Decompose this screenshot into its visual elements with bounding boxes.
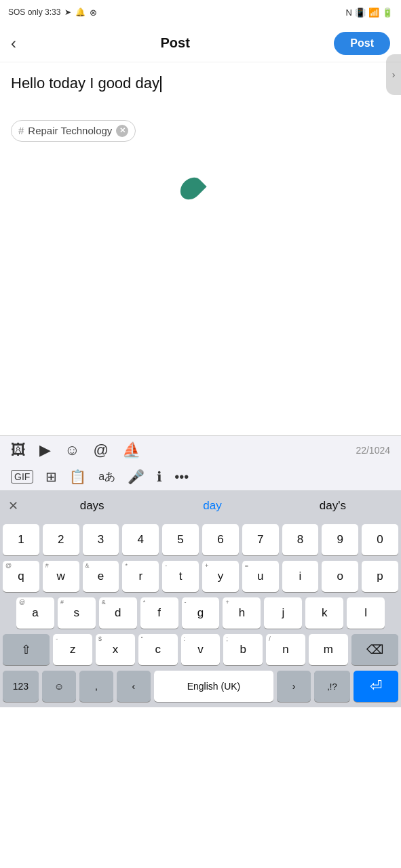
notification-icon: 🔔 [75, 7, 85, 17]
key-s[interactable]: #s [58, 597, 96, 629]
key-f[interactable]: *f [140, 597, 178, 629]
key-n[interactable]: /n [266, 634, 305, 665]
gif-icon[interactable]: GIF [11, 470, 33, 484]
key-m[interactable]: m [309, 634, 348, 665]
video-icon[interactable]: ▶ [39, 441, 51, 459]
key-9[interactable]: 9 [322, 524, 358, 555]
key-comma[interactable]: , [79, 671, 113, 702]
block-icon: ⊗ [90, 7, 97, 18]
key-0[interactable]: 0 [362, 524, 398, 555]
key-h[interactable]: +h [223, 597, 261, 629]
nav-title: Post [160, 35, 189, 51]
status-left: SOS only 3:33 ➤ 🔔 ⊗ [8, 7, 97, 18]
text-selection-handle[interactable] [182, 176, 201, 201]
autocomplete-row: ✕ days day day's [0, 490, 401, 521]
key-shift[interactable]: ⇧ [3, 634, 50, 665]
key-punctuation[interactable]: ,!? [314, 671, 350, 702]
key-123[interactable]: 123 [3, 671, 39, 702]
key-a[interactable]: @a [16, 597, 54, 629]
text-cursor [160, 76, 161, 92]
key-q[interactable]: @q [3, 561, 39, 592]
key-l[interactable]: l [347, 597, 385, 629]
language-icon[interactable]: aあ [98, 470, 115, 484]
key-i[interactable]: i [282, 561, 319, 592]
key-r[interactable]: *r [122, 561, 159, 592]
key-1[interactable]: 1 [3, 524, 39, 555]
keyboard: 1 2 3 4 5 6 7 8 9 0 @q #w &e *r -t +y =u… [0, 521, 401, 707]
keyboard-z-row: ⇧ -z $x "c :v ;b /n m ⌫ [0, 631, 401, 668]
key-d[interactable]: &d [99, 597, 137, 629]
battery-icon: 🔋 [382, 7, 393, 18]
post-text[interactable]: Hello today I good day [11, 73, 390, 94]
side-handle-arrow-icon: › [392, 69, 396, 80]
keyboard-q-row: @q #w &e *r -t +y =u i o p [0, 558, 401, 595]
key-y[interactable]: +y [202, 561, 239, 592]
autocomplete-item-days2[interactable]: day's [273, 499, 393, 513]
key-o[interactable]: o [322, 561, 358, 592]
status-bar: SOS only 3:33 ➤ 🔔 ⊗ N 📳 📶 🔋 [0, 0, 401, 24]
post-button[interactable]: Post [334, 32, 390, 55]
autocomplete-item-days[interactable]: days [32, 499, 152, 513]
location-icon: ➤ [64, 7, 71, 17]
wifi-icon: 📶 [368, 7, 379, 18]
key-space[interactable]: English (UK) [154, 671, 273, 702]
emoji-icon[interactable]: ☺ [64, 441, 79, 459]
key-p[interactable]: p [362, 561, 398, 592]
nfc-icon: N [346, 7, 352, 18]
key-4[interactable]: 4 [122, 524, 159, 555]
vibrate-icon: 📳 [355, 7, 366, 18]
key-3[interactable]: 3 [83, 524, 119, 555]
key-emoji[interactable]: ☺ [42, 671, 76, 702]
autocomplete-close-button[interactable]: ✕ [8, 498, 18, 513]
keyboard-toolbar: 🖼 ▶ ☺ @ ⛵ 22/1024 GIF ⊞ 📋 aあ 🎤 ℹ ••• [0, 435, 401, 490]
key-return[interactable]: ⏎ [354, 671, 398, 702]
status-right: N 📳 📶 🔋 [346, 7, 393, 18]
key-e[interactable]: &e [83, 561, 119, 592]
toolbar-icons: 🖼 ▶ ☺ @ ⛵ [11, 441, 140, 459]
key-k[interactable]: k [305, 597, 343, 629]
more-icon[interactable]: ••• [174, 469, 189, 485]
top-nav: ‹ Post Post [0, 24, 401, 62]
key-right-arrow[interactable]: › [277, 671, 311, 702]
key-5[interactable]: 5 [162, 524, 199, 555]
key-2[interactable]: 2 [43, 524, 79, 555]
empty-content-space [0, 198, 401, 435]
keyboard-bottom-row: 123 ☺ , ‹ English (UK) › ,!? ⏎ [0, 668, 401, 707]
toolbar-row1: 🖼 ▶ ☺ @ ⛵ 22/1024 [0, 436, 401, 465]
key-j[interactable]: j [264, 597, 302, 629]
sos-label: SOS only 3:33 [8, 7, 60, 17]
mic-icon[interactable]: 🎤 [128, 469, 145, 485]
char-count: 22/1024 [356, 445, 390, 456]
key-x[interactable]: $x [96, 634, 135, 665]
key-v[interactable]: :v [181, 634, 221, 665]
key-w[interactable]: #w [43, 561, 79, 592]
paste-icon[interactable]: 📋 [69, 469, 86, 485]
hashtag-remove-button[interactable]: ✕ [116, 125, 128, 137]
key-b[interactable]: ;b [223, 634, 263, 665]
info-icon[interactable]: ℹ [157, 469, 162, 485]
key-g[interactable]: -g [182, 597, 220, 629]
hash-icon: # [18, 125, 24, 136]
image-icon[interactable]: 🖼 [11, 441, 26, 459]
key-left-arrow[interactable]: ‹ [117, 671, 151, 702]
hashtag-label: Repair Technology [28, 125, 112, 136]
autocomplete-item-day[interactable]: day [152, 499, 272, 513]
key-t[interactable]: -t [162, 561, 199, 592]
key-z[interactable]: -z [53, 634, 92, 665]
mention-icon[interactable]: @ [93, 441, 108, 459]
key-c[interactable]: "c [138, 634, 178, 665]
side-handle[interactable]: › [386, 54, 401, 95]
keyboard-a-row: @a #s &d *f -g +h j k l [0, 595, 401, 631]
key-u[interactable]: =u [242, 561, 279, 592]
back-button[interactable]: ‹ [11, 34, 16, 53]
content-area: Hello today I good day # Repair Technolo… [0, 62, 401, 198]
keyboard-numbers-row: 1 2 3 4 5 6 7 8 9 0 [0, 521, 401, 558]
key-7[interactable]: 7 [242, 524, 279, 555]
key-backspace[interactable]: ⌫ [351, 634, 398, 665]
hashtag-toolbar-icon[interactable]: ⛵ [122, 441, 140, 459]
key-8[interactable]: 8 [282, 524, 319, 555]
toolbar-row2: GIF ⊞ 📋 aあ 🎤 ℹ ••• [0, 465, 401, 490]
key-6[interactable]: 6 [202, 524, 239, 555]
sticker-icon[interactable]: ⊞ [45, 469, 57, 485]
hashtag-tag: # Repair Technology ✕ [11, 120, 136, 142]
